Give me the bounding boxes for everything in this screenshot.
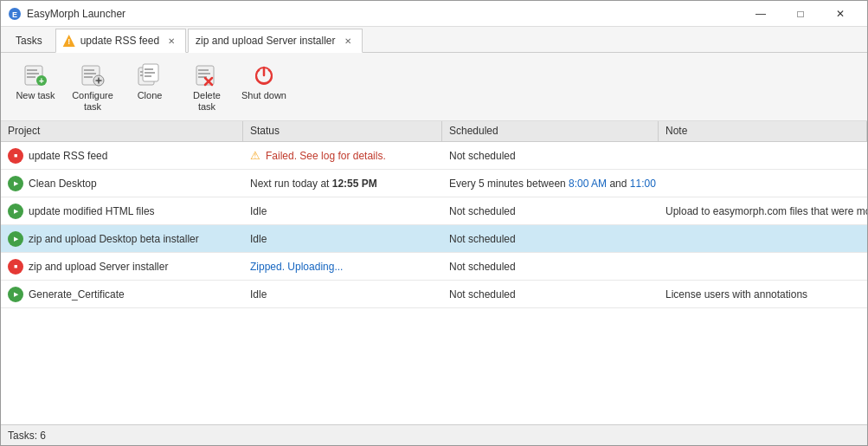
cell-note bbox=[659, 180, 867, 187]
cell-note: License users with annotations bbox=[659, 285, 867, 304]
svg-rect-22 bbox=[198, 69, 209, 71]
svg-rect-11 bbox=[84, 76, 93, 78]
table-row[interactable]: zip and upload Desktop beta installer Id… bbox=[1, 225, 867, 253]
tab-bar: Tasks update RSS feed ✕ zip and upload S… bbox=[1, 27, 867, 53]
table-row[interactable]: Generate_Certificate Idle Not scheduled … bbox=[1, 281, 867, 308]
svg-point-13 bbox=[98, 80, 100, 82]
cell-project: zip and upload Server installer bbox=[1, 255, 243, 278]
status-bar: Tasks: 6 bbox=[1, 424, 867, 445]
delete-task-button[interactable]: Delete task bbox=[179, 56, 235, 117]
cell-status: Zipped. Uploading... bbox=[243, 257, 442, 276]
configure-task-label: Configure task bbox=[69, 90, 116, 113]
tasks-menu[interactable]: Tasks bbox=[4, 28, 54, 52]
cell-scheduled: Not scheduled bbox=[442, 146, 659, 165]
maximize-button[interactable]: □ bbox=[781, 1, 820, 27]
cell-project: zip and upload Desktop beta installer bbox=[1, 228, 243, 250]
cell-status: Idle bbox=[243, 285, 442, 304]
status-play-icon bbox=[8, 287, 23, 302]
table-header: Project Status Scheduled Note bbox=[1, 121, 867, 142]
cell-scheduled: Not scheduled bbox=[442, 257, 659, 276]
svg-rect-5 bbox=[27, 76, 35, 78]
tab-warning-icon bbox=[63, 35, 75, 47]
title-bar: E EasyMorph Launcher — □ ✕ bbox=[1, 1, 867, 27]
status-play-icon bbox=[8, 231, 23, 247]
cell-note bbox=[659, 152, 867, 159]
clone-label: Clone bbox=[138, 90, 163, 101]
cell-project: update RSS feed bbox=[1, 145, 243, 167]
app-icon: E bbox=[8, 7, 22, 21]
cell-scheduled: Not scheduled bbox=[442, 285, 659, 304]
table-row[interactable]: update modified HTML files Idle Not sche… bbox=[1, 197, 867, 225]
app-window: E EasyMorph Launcher — □ ✕ Tasks update … bbox=[0, 0, 868, 446]
svg-rect-10 bbox=[84, 73, 96, 74]
configure-task-button[interactable]: Configure task bbox=[65, 56, 120, 117]
svg-rect-19 bbox=[145, 72, 155, 74]
title-bar-title: EasyMorph Launcher bbox=[27, 8, 741, 20]
status-play-icon bbox=[8, 176, 23, 191]
svg-rect-20 bbox=[145, 75, 151, 77]
cell-note bbox=[659, 236, 867, 242]
new-task-icon: + bbox=[22, 61, 49, 88]
svg-rect-9 bbox=[84, 69, 94, 71]
cell-project: update modified HTML files bbox=[1, 200, 243, 223]
toolbar: + New task Configure task bbox=[1, 53, 867, 121]
header-project: Project bbox=[1, 121, 243, 141]
status-play-icon bbox=[8, 204, 23, 219]
tab-close-button[interactable]: ✕ bbox=[164, 34, 178, 48]
content-area: Project Status Scheduled Note update RSS… bbox=[1, 121, 867, 424]
cell-scheduled: Every 5 minutes between 8:00 AM and 11:0… bbox=[442, 174, 659, 193]
table-row[interactable]: zip and upload Server installer Zipped. … bbox=[1, 253, 867, 281]
header-scheduled: Scheduled bbox=[442, 121, 659, 141]
cell-project: Generate_Certificate bbox=[1, 283, 243, 306]
cell-status: Idle bbox=[243, 229, 442, 249]
cell-status: Next run today at 12:55 PM bbox=[243, 174, 442, 193]
tab-close-button[interactable]: ✕ bbox=[341, 34, 355, 48]
cell-status: ⚠ Failed. See log for details. bbox=[243, 145, 442, 165]
shut-down-button[interactable]: Shut down bbox=[236, 56, 292, 106]
status-stop-icon bbox=[8, 148, 23, 164]
new-task-label: New task bbox=[16, 90, 55, 101]
configure-task-icon bbox=[79, 61, 106, 88]
header-status: Status bbox=[243, 121, 442, 141]
delete-task-icon bbox=[193, 61, 221, 88]
new-task-button[interactable]: + New task bbox=[8, 56, 63, 106]
title-bar-controls: — □ ✕ bbox=[741, 1, 860, 27]
cell-note: Upload to easymorph.com files that were … bbox=[659, 202, 867, 221]
warning-icon: ⚠ bbox=[250, 149, 260, 162]
shut-down-label: Shut down bbox=[241, 90, 286, 101]
tab-label: zip and upload Server installer bbox=[196, 35, 335, 47]
svg-rect-4 bbox=[27, 73, 39, 74]
svg-rect-21 bbox=[196, 66, 214, 85]
clone-icon bbox=[136, 61, 164, 88]
tab-update-rss[interactable]: update RSS feed ✕ bbox=[55, 29, 186, 53]
table-body: update RSS feed ⚠ Failed. See log for de… bbox=[1, 142, 867, 424]
table-row[interactable]: Clean Desktop Next run today at 12:55 PM… bbox=[1, 170, 867, 197]
table-row[interactable]: update RSS feed ⚠ Failed. See log for de… bbox=[1, 142, 867, 170]
cell-project: Clean Desktop bbox=[1, 172, 243, 195]
cell-status: Idle bbox=[243, 202, 442, 221]
svg-rect-18 bbox=[145, 68, 153, 70]
shut-down-icon bbox=[250, 61, 278, 88]
cell-scheduled: Not scheduled bbox=[442, 229, 659, 249]
minimize-button[interactable]: — bbox=[741, 1, 781, 27]
delete-task-label: Delete task bbox=[183, 90, 230, 113]
svg-rect-23 bbox=[198, 73, 210, 74]
svg-text:+: + bbox=[39, 76, 44, 86]
header-note: Note bbox=[659, 121, 867, 141]
svg-text:E: E bbox=[12, 10, 17, 19]
status-stop-icon bbox=[8, 259, 23, 275]
status-text: Tasks: 6 bbox=[8, 430, 46, 442]
tab-zip-upload[interactable]: zip and upload Server installer ✕ bbox=[188, 29, 362, 53]
svg-rect-3 bbox=[27, 69, 37, 71]
tab-label: update RSS feed bbox=[80, 35, 159, 47]
cell-note bbox=[659, 263, 867, 270]
cell-scheduled: Not scheduled bbox=[442, 202, 659, 221]
clone-button[interactable]: Clone bbox=[122, 56, 177, 106]
close-button[interactable]: ✕ bbox=[820, 1, 860, 27]
